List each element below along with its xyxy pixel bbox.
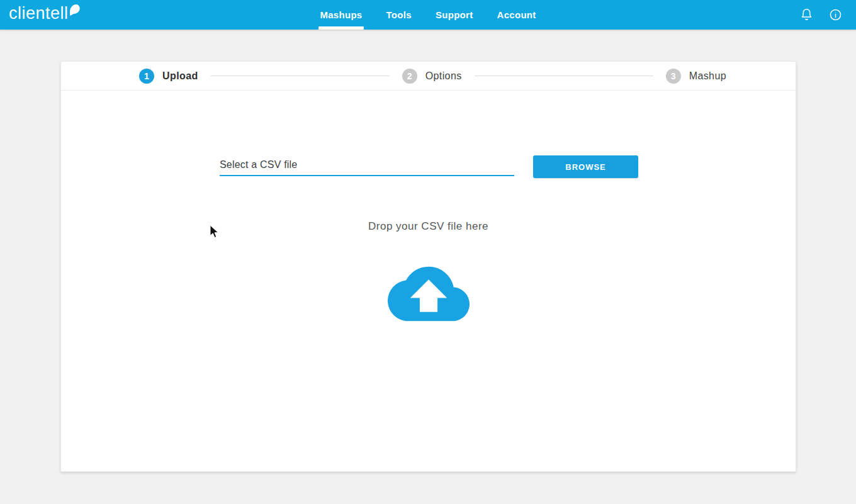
upload-wizard-card: 1 Upload 2 Options 3 Mashup BROWSE Drop … [60,61,796,472]
upload-step-content: BROWSE Drop your CSV file here [61,91,796,472]
drop-hint-text: Drop your CSV file here [61,220,796,233]
csv-dropzone[interactable] [388,253,470,335]
nav-item-label: Support [436,9,473,20]
step-number-badge: 2 [402,69,417,84]
nav-item-label: Mashups [320,9,362,20]
nav-item-label: Account [497,9,536,20]
nav-item-tools[interactable]: Tools [386,0,412,30]
app-header: clientell Mashups Tools Support Account [0,0,856,30]
csv-file-input[interactable] [220,155,514,176]
step-label: Options [425,70,462,82]
step-label: Mashup [689,70,726,82]
step-number-badge: 1 [139,69,154,84]
stepper-connector [475,76,653,76]
stepper-step-mashup: 3 Mashup [666,69,726,84]
bell-icon[interactable] [800,8,813,21]
nav-item-account[interactable]: Account [497,0,536,30]
info-icon[interactable] [829,8,842,21]
step-label: Upload [162,70,198,82]
browse-button[interactable]: BROWSE [533,155,638,178]
main-nav: Mashups Tools Support Account [0,0,856,30]
nav-item-mashups[interactable]: Mashups [320,0,362,30]
stepper-connector [211,76,390,76]
nav-item-label: Tools [386,9,412,20]
stepper-step-options: 2 Options [402,69,462,84]
nav-item-support[interactable]: Support [436,0,473,30]
cloud-upload-icon [388,253,470,335]
header-icons [800,0,842,30]
stepper-step-upload: 1 Upload [139,69,198,84]
step-number-badge: 3 [666,69,681,84]
wizard-stepper: 1 Upload 2 Options 3 Mashup [61,62,796,91]
